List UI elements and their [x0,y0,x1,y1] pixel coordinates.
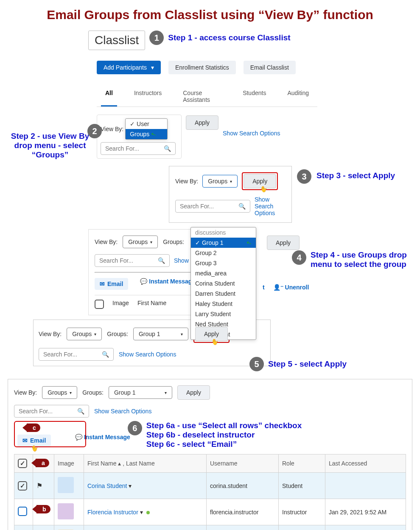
apply-button-4[interactable]: Apply [267,236,300,250]
viewby-dropdown-open[interactable]: ✓ User Groups ↖ [125,118,168,140]
table-row: ⚑ Larry Student ▾ larry.student Student [14,525,406,530]
groups-label-6: Groups: [82,389,104,396]
col-last-accessed: Last Accessed [325,454,406,473]
groups-opt-discussions[interactable]: discussions [191,227,256,238]
step4-text: Step 4 - use Groups drop menu to select … [311,250,412,269]
print-action[interactable]: t [263,284,265,291]
email-action-6[interactable]: ✉ Email ✋ [17,435,51,446]
tab-course-assistants[interactable]: Course Assistants [179,86,226,107]
search-input-5[interactable] [43,351,98,358]
enrollment-stats-button[interactable]: Enrollment Statistics [168,61,236,74]
show-search-options-link-4[interactable]: Show [174,257,189,264]
add-participants-label: Add Participants [104,64,147,71]
show-search-options-link-3[interactable]: Show Search Options [255,196,286,216]
online-indicator-icon [146,511,150,514]
groups-select-5[interactable]: Group 1▾ [133,328,188,340]
chevron-down-icon: ▾ [165,390,167,395]
groups-opt-group2[interactable]: Group 2 [191,248,256,258]
marker-c: c [27,423,40,432]
unenroll-action[interactable]: 👤⁻ Unenroll [273,284,309,291]
role-cell: Student [279,473,325,499]
apply-button-5[interactable]: Apply ✋ [195,327,228,341]
col-username: Username [207,454,279,473]
step6a-text: Step 6a - use “Select all rows” checkbox [146,421,302,430]
chevron-down-icon[interactable]: ▾ [140,509,143,516]
email-action[interactable]: ✉Email [95,278,128,290]
viewby-select-4[interactable]: Groups▾ [123,236,158,248]
groups-select-6[interactable]: Group 1▾ [109,386,172,399]
email-classlist-button[interactable]: Email Classlist [244,61,296,74]
step2-text: Step 2 - use View By drop menu - select … [8,132,92,160]
apply-button-3[interactable]: Apply ✋ [244,174,276,188]
chevron-down-icon[interactable]: ▾ [129,482,132,489]
search-icon[interactable]: 🔍 [164,145,171,152]
instant-message-action[interactable]: 💬 Instant Message [140,278,195,290]
search-input-6[interactable] [19,408,74,415]
search-input[interactable] [105,145,160,152]
tab-instructors[interactable]: Instructors [130,86,166,107]
viewby-option-user[interactable]: ✓ User [126,119,167,129]
search-icon[interactable]: 🔍 [102,351,109,358]
groups-opt-haley[interactable]: Haley Student [191,299,256,309]
step6c-text: Step 6c - select “Email” [146,440,302,449]
viewby-option-groups[interactable]: Groups ↖ [126,129,167,139]
chevron-down-icon: ▾ [150,240,152,244]
cursor-icon: ✋ [259,185,268,193]
avatar [58,503,74,519]
search-input-wrap: 🔍 [101,142,176,155]
viewby-select-3[interactable]: Groups▾ [202,175,238,188]
row-checkbox[interactable] [18,507,27,516]
search-input-3[interactable] [180,203,235,210]
email-icon: ✉ [22,437,28,444]
tab-students[interactable]: Students [238,86,270,107]
col-name[interactable]: First Name ▴ , Last Name [84,454,207,473]
select-all-checkbox[interactable] [18,459,27,468]
groups-opt-media[interactable]: media_area [191,268,256,278]
col-image: Image [54,454,84,473]
step-marker-5: 5 [249,357,264,371]
user-name-link[interactable]: Corina Student [87,482,127,489]
groups-label-4: Groups: [163,238,184,245]
table-row: b Florencia Instructor ▾ florencia.instr… [14,499,406,525]
flag-icon[interactable]: ⚑ [36,482,42,489]
viewby-label: View By: [101,126,123,132]
select-all-checkbox-4[interactable] [95,300,104,309]
chat-icon: 💬 [140,278,147,285]
apply-button-2[interactable]: Apply [186,115,218,130]
groups-opt-group1[interactable]: ✓ Group 1 ↖ [191,238,256,248]
groups-opt-larry[interactable]: Larry Student [191,309,256,319]
last-accessed-cell [325,473,406,499]
row-checkbox[interactable] [18,481,27,491]
search-icon[interactable]: 🔍 [158,257,165,264]
viewby-select-5[interactable]: Groups▾ [67,328,102,340]
search-input-wrap-6: 🔍 [14,405,89,418]
marker-b: b [36,505,50,513]
groups-label-5: Groups: [107,331,128,337]
tab-all[interactable]: All [101,86,117,107]
viewby-label-5: View By: [39,331,62,337]
classlist-heading: Classlist [88,31,145,50]
show-search-options-link-2[interactable]: Show Search Options [223,130,280,137]
username-cell: corina.student [207,473,279,499]
show-search-options-link-5[interactable]: Show Search Options [119,351,176,358]
apply-button-6[interactable]: Apply [177,385,210,400]
search-icon[interactable]: 🔍 [238,203,246,210]
cursor-icon: ↖ [246,238,253,247]
add-participants-button[interactable]: Add Participants ▾ [97,61,161,74]
step5-text: Step 5 - select Apply [268,359,347,369]
username-cell: larry.student [207,525,279,530]
table-row: ⚑ Corina Student ▾ corina.student Studen… [14,473,406,499]
groups-opt-group3[interactable]: Group 3 [191,258,256,268]
groups-dropdown-open[interactable]: discussions ✓ Group 1 ↖ Group 2 Group 3 … [190,227,256,340]
chevron-down-icon: ▾ [151,64,154,71]
user-name-link[interactable]: Florencia Instructor [87,509,138,516]
viewby-select-6[interactable]: Groups▾ [42,386,77,399]
search-icon[interactable]: 🔍 [77,408,84,415]
email-icon: ✉ [100,280,105,287]
groups-opt-corina[interactable]: Corina Student [191,278,256,289]
show-search-options-link-6[interactable]: Show Search Options [94,408,151,415]
roster-table: a Image First Name ▴ , Last Name Usernam… [14,454,406,530]
tab-auditing[interactable]: Auditing [283,86,313,107]
groups-opt-darren[interactable]: Darren Student [191,289,256,299]
search-input-4[interactable] [99,257,154,264]
